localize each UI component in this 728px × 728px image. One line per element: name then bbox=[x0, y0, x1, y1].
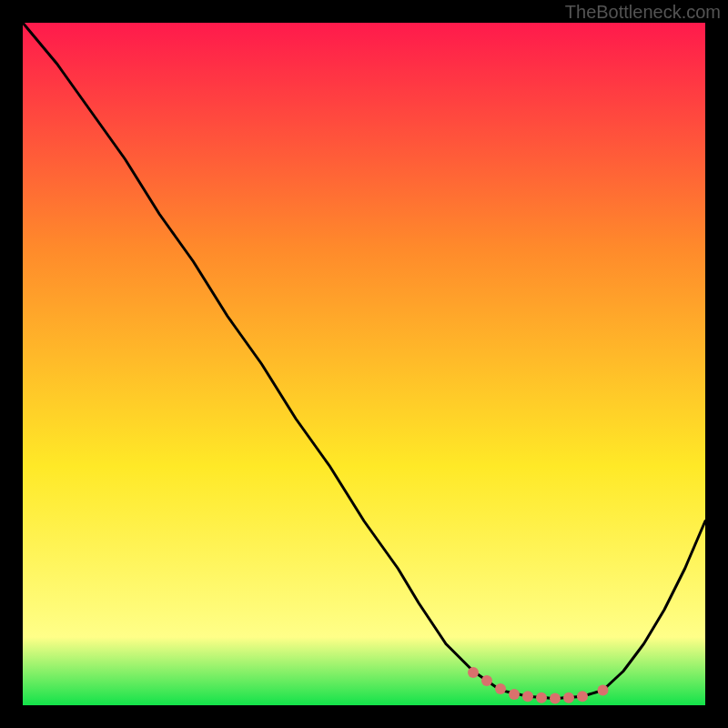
marker-dot bbox=[598, 685, 609, 696]
marker-dot bbox=[550, 693, 561, 704]
marker-dot bbox=[522, 691, 533, 702]
marker-dot bbox=[468, 667, 479, 678]
marker-dot bbox=[563, 693, 574, 703]
marker-dot bbox=[536, 693, 547, 703]
watermark-text: TheBottleneck.com bbox=[565, 2, 721, 23]
gradient-background bbox=[23, 23, 705, 705]
marker-dot bbox=[577, 691, 588, 702]
marker-dot bbox=[509, 689, 520, 700]
marker-dot bbox=[481, 675, 492, 686]
chart-container: TheBottleneck.com bbox=[0, 0, 728, 728]
chart-svg bbox=[23, 23, 705, 705]
plot-area bbox=[23, 23, 705, 705]
marker-dot bbox=[495, 683, 506, 694]
